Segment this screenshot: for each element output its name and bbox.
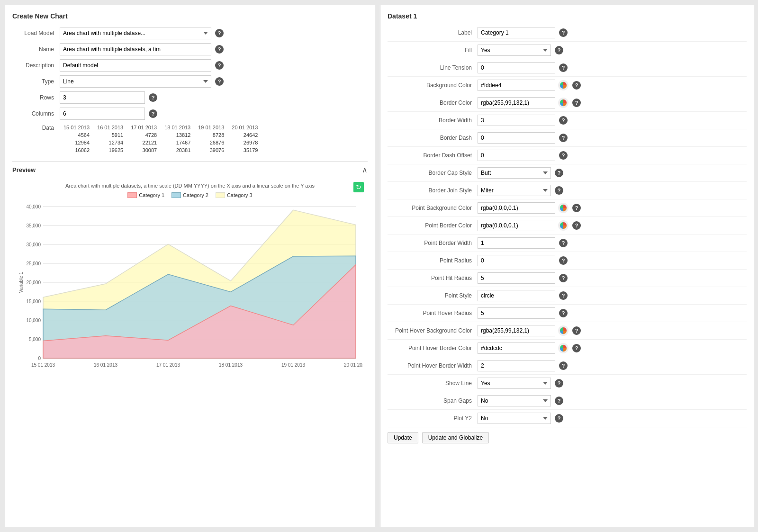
data-table: 15 01 201316 01 201317 01 201318 01 2013…	[60, 124, 262, 154]
field-help-icon[interactable]: ?	[555, 46, 563, 54]
field-select-8[interactable]: Butt	[478, 167, 551, 179]
svg-text:5,000: 5,000	[29, 337, 41, 342]
load-model-help-icon[interactable]: ?	[215, 29, 224, 37]
field-input-10[interactable]	[478, 202, 555, 214]
preview-title: Preview	[12, 166, 36, 173]
type-select[interactable]: Line	[60, 75, 211, 88]
update-globalize-button[interactable]: Update and Globalize	[422, 432, 489, 443]
field-label: Point Border Color	[388, 222, 478, 229]
color-picker-button-18[interactable]	[558, 343, 568, 353]
field-input-3[interactable]	[478, 80, 555, 91]
field-input-5[interactable]	[478, 115, 555, 126]
area-chart: 05,00010,00015,00020,00025,00030,00035,0…	[17, 202, 363, 382]
field-help-icon[interactable]: ?	[559, 63, 568, 72]
color-picker-button-10[interactable]	[558, 203, 568, 213]
field-help-icon[interactable]: ?	[572, 326, 581, 335]
svg-text:15 01 2013: 15 01 2013	[31, 362, 55, 368]
dataset-field-row: Point Border Color?	[388, 220, 747, 234]
description-input[interactable]	[60, 59, 211, 72]
dataset-field-row: Border Dash Offset?	[388, 150, 747, 164]
columns-input[interactable]	[60, 108, 145, 120]
field-help-icon[interactable]: ?	[572, 99, 581, 107]
field-help-icon[interactable]: ?	[559, 309, 568, 317]
field-help-icon[interactable]: ?	[559, 28, 568, 37]
field-input-13[interactable]	[478, 255, 555, 266]
field-input-14[interactable]	[478, 272, 555, 284]
name-label: Name	[12, 46, 60, 53]
field-label: Border Join Style	[388, 187, 478, 194]
field-label: Border Cap Style	[388, 170, 478, 176]
chart-refresh-button[interactable]: ↻	[353, 182, 364, 192]
type-label: Type	[12, 78, 60, 85]
columns-help-icon[interactable]: ?	[149, 109, 157, 118]
field-input-4[interactable]	[478, 97, 555, 108]
dataset-field-row: Background Color?	[388, 80, 747, 94]
field-help-icon[interactable]: ?	[572, 81, 581, 90]
svg-text:20,000: 20,000	[26, 280, 41, 285]
field-label: Label	[388, 29, 478, 36]
field-label: Point Hover Background Color	[388, 327, 478, 334]
field-input-11[interactable]	[478, 220, 555, 231]
svg-text:18 01 2013: 18 01 2013	[219, 362, 243, 368]
field-label: Line Tension	[388, 64, 478, 71]
field-label: Point Background Color	[388, 205, 478, 211]
type-help-icon[interactable]: ?	[215, 77, 224, 86]
field-help-icon[interactable]: ?	[559, 291, 568, 300]
field-input-16[interactable]	[478, 307, 555, 319]
color-picker-button-17[interactable]	[558, 325, 568, 336]
field-input-17[interactable]	[478, 325, 555, 336]
field-help-icon[interactable]: ?	[559, 239, 568, 247]
field-label: Point Hover Border Width	[388, 362, 478, 369]
legend-item: Category 3	[216, 192, 253, 198]
field-help-icon[interactable]: ?	[559, 116, 568, 125]
columns-label: Columns	[12, 110, 60, 117]
field-input-0[interactable]	[478, 27, 555, 38]
field-help-icon[interactable]: ?	[559, 256, 568, 265]
field-help-icon[interactable]: ?	[555, 379, 563, 388]
color-picker-button-3[interactable]	[558, 80, 568, 90]
legend-item: Category 1	[127, 192, 164, 198]
field-help-icon[interactable]: ?	[572, 344, 581, 352]
dataset-field-row: Line Tension?	[388, 62, 747, 77]
field-select-21[interactable]: No	[478, 395, 551, 406]
dataset-field-row: Point Border Width?	[388, 237, 747, 252]
dataset-field-row: Border Color?	[388, 97, 747, 112]
field-select-1[interactable]: Yes	[478, 45, 551, 56]
svg-text:25,000: 25,000	[26, 261, 41, 266]
field-select-22[interactable]: No	[478, 413, 551, 424]
load-model-select[interactable]: Area chart with multiple datase...	[60, 27, 211, 39]
field-input-15[interactable]	[478, 290, 555, 301]
field-input-6[interactable]	[478, 132, 555, 144]
field-help-icon[interactable]: ?	[555, 414, 563, 423]
dataset-field-row: Plot Y2No?	[388, 413, 747, 427]
dataset-field-row: Point Hit Radius?	[388, 272, 747, 287]
field-help-icon[interactable]: ?	[555, 186, 563, 195]
field-input-2[interactable]	[478, 62, 555, 73]
name-input[interactable]	[60, 43, 211, 55]
field-help-icon[interactable]: ?	[559, 134, 568, 142]
field-help-icon[interactable]: ?	[559, 151, 568, 160]
rows-input[interactable]	[60, 91, 145, 104]
update-button[interactable]: Update	[388, 432, 418, 443]
field-select-20[interactable]: Yes	[478, 378, 551, 389]
color-picker-button-11[interactable]	[558, 220, 568, 231]
field-help-icon[interactable]: ?	[572, 204, 581, 212]
field-input-18[interactable]	[478, 343, 555, 354]
field-help-icon[interactable]: ?	[559, 274, 568, 282]
field-help-icon[interactable]: ?	[559, 361, 568, 370]
field-label: Point Hit Radius	[388, 275, 478, 281]
color-picker-button-4[interactable]	[558, 98, 568, 108]
field-help-icon[interactable]: ?	[572, 221, 581, 230]
svg-text:40,000: 40,000	[26, 204, 41, 209]
name-help-icon[interactable]: ?	[215, 45, 224, 54]
dataset-field-row: Point Hover Background Color?	[388, 325, 747, 340]
field-help-icon[interactable]: ?	[555, 169, 563, 177]
field-input-7[interactable]	[478, 150, 555, 161]
preview-collapse-button[interactable]: ∧	[362, 165, 368, 174]
field-input-12[interactable]	[478, 237, 555, 249]
rows-help-icon[interactable]: ?	[149, 93, 157, 102]
description-help-icon[interactable]: ?	[215, 61, 224, 70]
field-help-icon[interactable]: ?	[555, 397, 563, 405]
field-input-19[interactable]	[478, 360, 555, 371]
field-select-9[interactable]: Miter	[478, 185, 551, 196]
